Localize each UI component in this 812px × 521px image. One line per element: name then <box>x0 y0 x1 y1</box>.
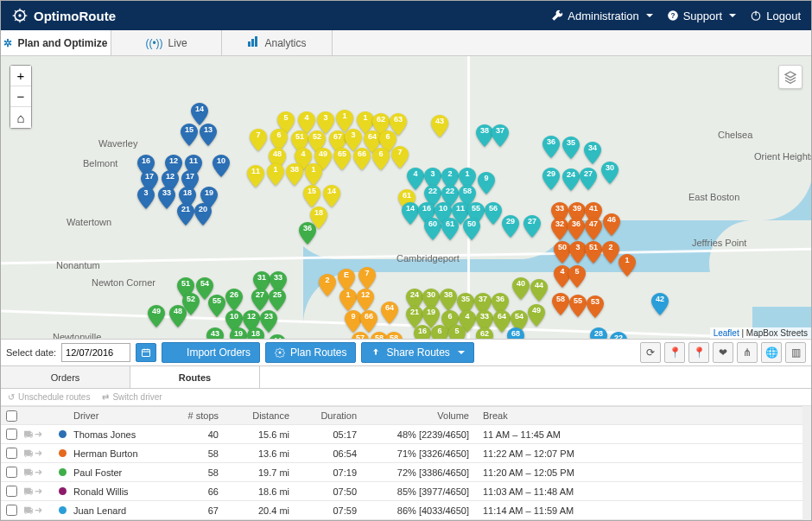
map-pin[interactable]: 40 <box>512 277 530 300</box>
zoom-out-button[interactable]: − <box>10 86 31 107</box>
map-pin[interactable]: 46 <box>603 213 620 236</box>
switch-driver[interactable]: ⇄ Switch driver <box>102 392 162 402</box>
map-pin[interactable]: 5 <box>568 265 586 288</box>
leaflet-link[interactable]: Leaflet <box>714 328 739 338</box>
map-pin[interactable]: 43 <box>431 115 448 137</box>
plan-routes-button[interactable]: Plan Routes <box>265 342 356 363</box>
map-pin[interactable]: 3 <box>569 241 587 264</box>
route-row[interactable]: ⛟➜Paul Foster5819.7 mi07:1972% [3386/465… <box>1 463 802 482</box>
map-pin[interactable]: 12 <box>357 289 374 311</box>
col-volume[interactable]: Volume <box>365 410 478 421</box>
map-pin[interactable]: 25 <box>269 289 286 311</box>
grid-scrollbar[interactable] <box>802 406 811 520</box>
zoom-home-button[interactable]: ⌂ <box>10 107 31 128</box>
col-duration[interactable]: Duration <box>298 410 365 421</box>
admin-menu[interactable]: Administration <box>551 10 652 22</box>
map-pin[interactable]: 58 <box>385 332 403 339</box>
map-pin[interactable]: 13 <box>200 124 217 146</box>
map-pin[interactable]: 1 <box>305 163 322 186</box>
map-pin[interactable]: 27 <box>580 168 597 190</box>
layers-button[interactable] <box>778 65 802 89</box>
map-pin[interactable]: 50 <box>554 241 571 264</box>
map-pin[interactable]: 55 <box>569 295 587 317</box>
map-pin[interactable]: 29 <box>542 168 560 190</box>
map-pin[interactable]: 18 <box>310 206 327 229</box>
map-pin[interactable]: 60 <box>424 218 441 240</box>
share-routes-button[interactable]: Share Routes <box>361 342 473 363</box>
map-pin[interactable]: 16 <box>414 325 431 339</box>
map-pin[interactable]: 14 <box>402 202 419 225</box>
map-pin[interactable]: 7 <box>391 146 409 168</box>
map-pin[interactable]: 27 <box>523 215 541 238</box>
row-checkbox[interactable] <box>6 486 17 497</box>
map-pin[interactable]: 55 <box>208 295 225 317</box>
map-pin[interactable]: 36 <box>568 218 585 240</box>
map-pin[interactable]: 20 <box>194 203 212 226</box>
map-pin[interactable]: 7 <box>250 129 267 151</box>
map-pin[interactable]: 28 <box>590 327 607 339</box>
map-pin[interactable]: 10 <box>213 155 230 177</box>
map-pin[interactable]: 49 <box>148 305 165 327</box>
pin-button[interactable]: 📍 <box>664 342 685 363</box>
row-checkbox[interactable] <box>6 448 17 459</box>
map-pin[interactable]: 1 <box>619 254 636 276</box>
map-pin[interactable]: 1 <box>339 289 357 311</box>
map-pin[interactable]: 47 <box>585 218 602 240</box>
map-pin[interactable]: 42 <box>651 293 669 315</box>
map-pin[interactable]: 68 <box>507 327 524 339</box>
map-pin[interactable]: 66 <box>360 310 377 333</box>
map-pin[interactable]: 44 <box>269 334 286 339</box>
map-pin[interactable]: 32 <box>551 218 568 240</box>
map-pin[interactable]: 64 <box>381 302 398 324</box>
map-pin[interactable]: 61 <box>441 218 459 240</box>
subtab-orders[interactable]: Orders <box>1 366 130 388</box>
map-pin[interactable]: 3 <box>137 187 155 209</box>
unschedule-routes[interactable]: ↺ Unschedule routes <box>8 392 90 402</box>
map-pin[interactable]: 7 <box>358 267 376 289</box>
map-pin[interactable]: 21 <box>177 203 194 226</box>
map-pin[interactable]: 48 <box>169 305 187 327</box>
map-pin[interactable]: 6 <box>372 148 390 170</box>
map-pin[interactable]: 38 <box>286 163 303 186</box>
map-pin[interactable]: 58 <box>552 293 569 315</box>
logout-button[interactable]: Logout <box>750 10 801 22</box>
tab-plan-optimize[interactable]: ✲Plan and Optimize <box>1 30 111 55</box>
row-checkbox[interactable] <box>6 505 17 516</box>
map-pin[interactable]: 5 <box>448 325 466 339</box>
map-pin[interactable]: 14 <box>191 103 208 125</box>
map-pin[interactable]: 1 <box>267 163 284 186</box>
map-pin[interactable]: 53 <box>587 295 604 318</box>
layout-button[interactable]: ▥ <box>785 342 806 363</box>
map-pin[interactable]: 50 <box>463 218 480 240</box>
map-pin[interactable]: 66 <box>353 148 371 170</box>
map-pin[interactable]: 15 <box>181 124 198 146</box>
map-pin[interactable]: 6 <box>431 325 448 339</box>
map-pin[interactable]: 49 <box>528 304 545 327</box>
map-pin[interactable]: 2 <box>602 241 619 264</box>
map-pin[interactable]: 56 <box>485 202 502 225</box>
tab-analytics[interactable]: Analytics <box>222 30 333 55</box>
map-pin[interactable]: 24 <box>562 168 580 191</box>
map-pin[interactable]: 27 <box>251 289 269 311</box>
refresh-button[interactable]: ⟳ <box>640 342 661 363</box>
route-row[interactable]: ⛟➜Ronald Willis6618.6 mi07:5085% [3977/4… <box>1 482 802 501</box>
map-pin[interactable]: 51 <box>585 241 602 264</box>
map-pin[interactable]: 57 <box>352 332 369 339</box>
map-pin[interactable]: 38 <box>476 124 493 147</box>
map-pin[interactable]: 2 <box>319 274 336 296</box>
subtab-routes[interactable]: Routes <box>130 366 260 388</box>
map-pin[interactable]: 9 <box>345 310 362 333</box>
share-button[interactable]: ⋔ <box>737 342 758 363</box>
col-stops[interactable]: # stops <box>175 410 227 421</box>
map-pin[interactable]: 26 <box>225 289 243 311</box>
row-checkbox[interactable] <box>6 467 17 478</box>
map-pin[interactable]: 22 <box>610 332 627 339</box>
row-checkbox[interactable] <box>6 429 17 440</box>
zoom-in-button[interactable]: + <box>10 66 31 86</box>
map-pin[interactable]: 38 <box>440 289 457 311</box>
col-distance[interactable]: Distance <box>227 410 298 421</box>
hearts-button[interactable]: ❤ <box>713 342 733 363</box>
map-pin[interactable]: 15 <box>303 185 320 207</box>
globe-button[interactable]: 🌐 <box>761 342 782 363</box>
date-input[interactable] <box>61 343 130 362</box>
